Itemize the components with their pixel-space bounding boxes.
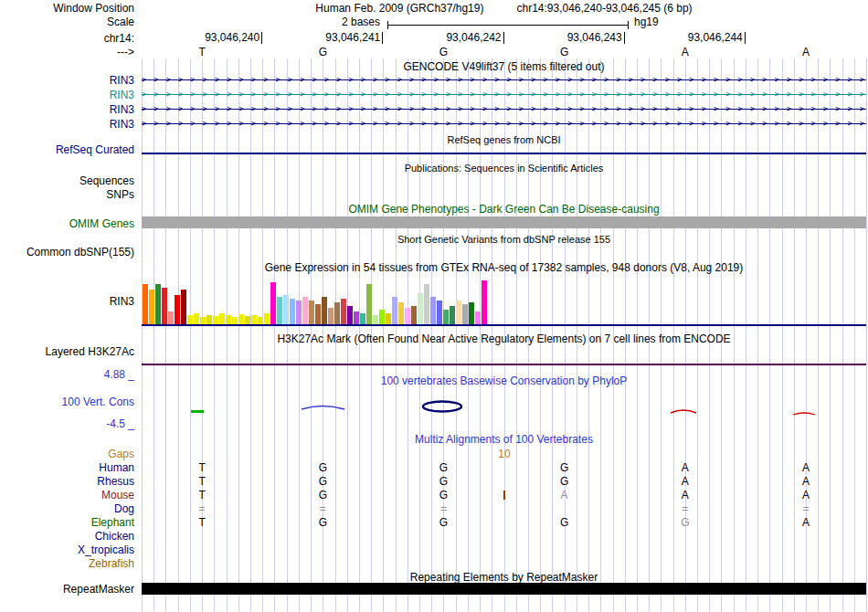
gtex-expression-bar	[354, 311, 359, 324]
gtex-expression-bar	[366, 284, 372, 324]
gtex-expression-bar	[430, 297, 436, 324]
alignment-base: G	[554, 461, 576, 474]
gtex-gene-label[interactable]: RIN3	[0, 295, 138, 308]
alignment-base: G	[674, 516, 696, 529]
gencode-item-label[interactable]: RIN3	[0, 74, 138, 87]
gtex-expression-bar	[264, 313, 270, 324]
gtex-expression-bar	[143, 284, 148, 324]
reference-base: A	[795, 46, 817, 58]
gtex-expression-bar	[341, 299, 346, 324]
species-label-elephant[interactable]: Elephant	[0, 516, 138, 529]
gtex-expression-bar	[245, 316, 250, 324]
alignment-base: T	[191, 489, 213, 501]
insertion-marker	[503, 491, 505, 500]
gtex-expression-bar	[462, 304, 468, 324]
coordinate-label: 93,046,242	[413, 32, 504, 44]
alignment-base: =	[432, 502, 454, 515]
species-label-x_tropicalis[interactable]: X_tropicalis	[0, 543, 138, 556]
omim-track-title: OMIM Gene Phenotypes - Dark Green Can Be…	[142, 203, 866, 216]
gencode-item-label[interactable]: RIN3	[0, 89, 138, 101]
gaps-row-label: Gaps	[0, 448, 138, 460]
species-label-chicken[interactable]: Chicken	[0, 530, 138, 543]
coordinate-label: 93,046,243	[534, 32, 625, 44]
species-label-mouse[interactable]: Mouse	[0, 489, 138, 501]
gtex-expression-bar	[251, 315, 257, 324]
refseq-track-title: RefSeq genes from NCBI	[142, 133, 866, 146]
dbsnp-track-label[interactable]: Common dbSNP(155)	[0, 246, 138, 259]
gtex-expression-bar	[181, 290, 186, 324]
omim-genes-label[interactable]: OMIM Genes	[0, 217, 138, 230]
multiz-track-title: Multiz Alignments of 100 Vertebrates	[142, 433, 866, 446]
alignment-base: T	[191, 516, 213, 529]
species-label-human[interactable]: Human	[0, 461, 138, 474]
scale-bar	[387, 21, 629, 29]
gencode-item-label[interactable]: RIN3	[0, 118, 138, 131]
gtex-expression-bar	[200, 317, 206, 324]
scale-value: 2 bases	[285, 16, 380, 28]
gencode-transcript-row[interactable]: >>>>>>>>>>>>>>>>>>>>>>>>>>>>>>>>>>>>>>>>…	[142, 89, 866, 100]
gencode-transcript-row[interactable]: >>>>>>>>>>>>>>>>>>>>>>>>>>>>>>>>>>>>>>>>…	[142, 118, 866, 130]
gtex-expression-bar	[456, 301, 461, 324]
coordinate-label: 93,046,241	[291, 32, 383, 44]
genome-browser-view: Window Position Human Feb. 2009 (GRCh37/…	[0, 0, 868, 612]
conservation-track-title: 100 vertebrates Basewise Conservation by…	[142, 375, 866, 387]
gtex-expression-bar	[328, 308, 333, 324]
gencode-transcript-row[interactable]: >>>>>>>>>>>>>>>>>>>>>>>>>>>>>>>>>>>>>>>>…	[142, 103, 866, 115]
scale-assembly-label: hg19	[634, 16, 659, 28]
gtex-expression-bar	[334, 302, 340, 324]
gtex-expression-bar	[194, 313, 199, 324]
gtex-expression-bar	[258, 317, 263, 324]
gencode-transcript-row[interactable]: >>>>>>>>>>>>>>>>>>>>>>>>>>>>>>>>>>>>>>>>…	[142, 74, 866, 86]
species-label-rhesus[interactable]: Rhesus	[0, 475, 138, 488]
guideline	[866, 58, 867, 612]
alignment-base: =	[795, 502, 817, 515]
gtex-expression-bar	[379, 310, 385, 324]
refseq-transcript-line[interactable]	[142, 153, 866, 154]
snps-track-label[interactable]: SNPs	[0, 188, 138, 201]
publications-track-title: Publications: Sequences in Scientific Ar…	[142, 162, 866, 174]
gtex-expression-bar	[411, 306, 417, 324]
h3k27ac-track-line[interactable]	[142, 364, 866, 365]
gtex-expression-bar	[309, 301, 314, 324]
gtex-expression-bar	[373, 315, 378, 324]
alignment-base: A	[674, 475, 696, 488]
gtex-expression-bar	[482, 280, 487, 324]
omim-genes-bar[interactable]	[142, 216, 866, 228]
gtex-expression-bar	[206, 315, 212, 324]
position-header: Human Feb. 2009 (GRCh37/hg19) chr14:93,0…	[142, 2, 866, 15]
conservation-track-label[interactable]: 100 Vert. Cons	[0, 396, 138, 408]
gtex-expression-bar	[469, 302, 474, 324]
alignment-base: G	[312, 461, 333, 474]
gtex-baseline[interactable]	[142, 324, 866, 326]
h3k27ac-track-label[interactable]: Layered H3K27Ac	[0, 345, 138, 358]
species-label-zebrafish[interactable]: Zebrafish	[0, 557, 138, 570]
alignment-base: A	[795, 461, 817, 474]
repeatmasker-track-label[interactable]: RepeatMasker	[0, 583, 138, 596]
repeatmasker-bar[interactable]	[142, 583, 866, 595]
species-label-dog[interactable]: Dog	[0, 502, 138, 515]
phylop-negative-mark	[671, 410, 696, 413]
gtex-expression-bar	[315, 304, 321, 324]
gtex-expression-bar	[386, 313, 391, 324]
gencode-item-label[interactable]: RIN3	[0, 103, 138, 116]
alignment-base: G	[432, 489, 454, 501]
alignment-base: G	[432, 475, 454, 488]
sequences-track-label[interactable]: Sequences	[0, 174, 138, 187]
alignment-base: A	[674, 489, 696, 501]
position-text: chr14:93,046,240-93,046,245 (6 bp)	[516, 2, 692, 15]
gtex-track-title: Gene Expression in 54 tissues from GTEx …	[142, 261, 866, 274]
conservation-min-label: -4.5 _	[0, 417, 138, 430]
gtex-expression-bar	[302, 297, 308, 324]
gtex-expression-bar	[168, 311, 174, 324]
assembly-text: Human Feb. 2009 (GRCh37/hg19)	[315, 2, 483, 15]
refseq-curated-label[interactable]: RefSeq Curated	[0, 143, 138, 156]
alignment-base: G	[312, 489, 333, 501]
strand-direction-label: --->	[0, 46, 138, 58]
dbsnp-track-title: Short Genetic Variants from dbSNP releas…	[142, 233, 866, 246]
alignment-base: A	[795, 516, 817, 529]
gtex-expression-bar	[232, 317, 238, 324]
alignment-base: T	[191, 475, 213, 488]
alignment-base: G	[432, 461, 454, 474]
window-position-label: Window Position	[0, 2, 138, 15]
gtex-expression-bar	[213, 316, 218, 324]
